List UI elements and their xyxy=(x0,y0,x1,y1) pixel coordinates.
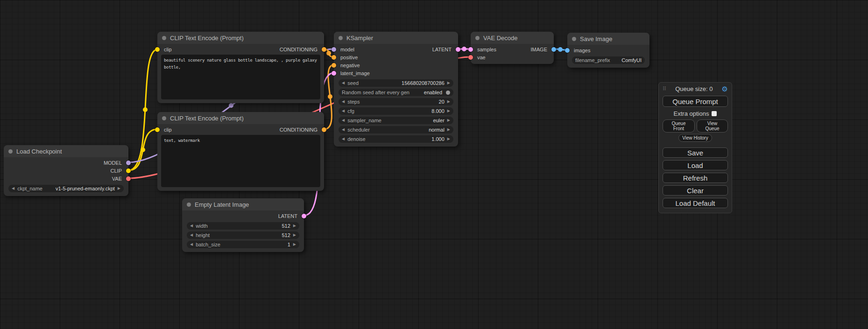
output-row-latent: LATENT xyxy=(182,212,304,220)
width-widget[interactable]: ◀ width 512 ▶ xyxy=(187,222,299,230)
view-history-button[interactable]: View History xyxy=(678,134,712,142)
node-load-checkpoint[interactable]: Load Checkpoint MODEL CLIP VAE ◀ ckpt_na… xyxy=(4,145,128,196)
node-header[interactable]: Save Image xyxy=(567,33,649,45)
increment-arrow-icon[interactable]: ▶ xyxy=(293,243,296,246)
increment-arrow-icon[interactable]: ▶ xyxy=(447,100,450,104)
sampler-name-widget[interactable]: ◀ sampler_name euler ▶ xyxy=(339,117,453,124)
ckpt-name-widget[interactable]: ◀ ckpt_name v1-5-pruned-emaonly.ckpt ▶ xyxy=(8,185,124,192)
node-title: Empty Latent Image xyxy=(195,201,249,208)
node-clip-text-encode-negative[interactable]: CLIP Text Encode (Prompt) clip CONDITION… xyxy=(157,112,324,191)
node-title: Load Checkpoint xyxy=(16,148,62,155)
node-empty-latent-image[interactable]: Empty Latent Image LATENT ◀ width 512 ▶ … xyxy=(182,198,304,252)
input-label: positive xyxy=(340,55,358,60)
decrement-arrow-icon[interactable]: ◀ xyxy=(342,137,345,141)
decrement-arrow-icon[interactable]: ◀ xyxy=(342,119,345,122)
load-button[interactable]: Load xyxy=(663,160,728,170)
output-port-conditioning[interactable] xyxy=(322,127,326,132)
output-port-latent[interactable] xyxy=(302,214,306,218)
decrement-arrow-icon[interactable]: ◀ xyxy=(190,243,193,246)
decrement-arrow-icon[interactable]: ◀ xyxy=(190,224,193,228)
input-port-clip[interactable] xyxy=(155,127,160,132)
filename-prefix-widget[interactable]: filename_prefix ComfyUI xyxy=(572,56,645,64)
node-title: KSampler xyxy=(346,35,373,42)
queue-prompt-button[interactable]: Queue Prompt xyxy=(663,96,728,107)
clear-button[interactable]: Clear xyxy=(663,185,728,196)
node-header[interactable]: CLIP Text Encode (Prompt) xyxy=(157,32,324,44)
steps-widget[interactable]: ◀ steps 20 ▶ xyxy=(339,98,453,105)
output-port-latent[interactable] xyxy=(456,47,460,52)
height-widget[interactable]: ◀ height 512 ▶ xyxy=(187,231,299,239)
load-default-button[interactable]: Load Default xyxy=(663,198,728,208)
input-port-model[interactable] xyxy=(332,47,336,52)
increment-arrow-icon[interactable]: ▶ xyxy=(293,233,296,237)
widget-value: 512 xyxy=(282,223,290,229)
input-port-positive[interactable] xyxy=(332,55,336,60)
increment-arrow-icon[interactable]: ▶ xyxy=(118,187,120,190)
input-port-clip[interactable] xyxy=(155,47,160,52)
node-title: VAE Decode xyxy=(483,35,517,42)
decrement-arrow-icon[interactable]: ◀ xyxy=(12,187,14,190)
increment-arrow-icon[interactable]: ▶ xyxy=(447,81,450,85)
increment-arrow-icon[interactable]: ▶ xyxy=(447,119,450,122)
widget-label: filename_prefix xyxy=(575,57,610,63)
settings-gear-icon[interactable]: ⚙ xyxy=(722,85,728,92)
node-header[interactable]: VAE Decode xyxy=(471,32,554,44)
output-port-conditioning[interactable] xyxy=(322,47,326,52)
scheduler-widget[interactable]: ◀ scheduler normal ▶ xyxy=(339,126,453,133)
input-port-images[interactable] xyxy=(565,48,570,53)
input-port-negative[interactable] xyxy=(332,63,336,68)
node-clip-text-encode-positive[interactable]: CLIP Text Encode (Prompt) clip CONDITION… xyxy=(157,32,324,103)
decrement-arrow-icon[interactable]: ◀ xyxy=(342,109,345,113)
input-port-samples[interactable] xyxy=(468,47,473,52)
widget-label: width xyxy=(196,223,208,229)
output-label: MODEL xyxy=(104,160,122,166)
extra-options-checkbox[interactable] xyxy=(712,111,717,116)
node-header[interactable]: KSampler xyxy=(334,32,458,44)
refresh-button[interactable]: Refresh xyxy=(663,173,728,183)
widget-label: ckpt_name xyxy=(17,186,42,191)
node-header[interactable]: Empty Latent Image xyxy=(182,198,304,210)
input-row-images: images xyxy=(567,46,649,54)
drag-handle-icon[interactable]: ⠿ xyxy=(663,86,666,92)
decrement-arrow-icon[interactable]: ◀ xyxy=(342,81,345,85)
output-port-image[interactable] xyxy=(551,47,556,52)
node-status-icon xyxy=(475,36,480,40)
view-queue-button[interactable]: View Queue xyxy=(697,119,728,133)
decrement-arrow-icon[interactable]: ◀ xyxy=(190,233,193,237)
node-vae-decode[interactable]: VAE Decode samples IMAGE vae xyxy=(471,32,554,64)
increment-arrow-icon[interactable]: ▶ xyxy=(447,109,450,113)
output-port-model[interactable] xyxy=(126,161,131,165)
increment-arrow-icon[interactable]: ▶ xyxy=(293,224,296,228)
node-save-image[interactable]: Save Image images filename_prefix ComfyU… xyxy=(567,33,649,68)
seed-widget[interactable]: ◀ seed 156680208700286 ▶ xyxy=(339,79,453,87)
output-port-clip[interactable] xyxy=(126,168,131,173)
input-port-vae[interactable] xyxy=(468,55,473,60)
node-status-icon xyxy=(339,36,343,40)
node-header[interactable]: CLIP Text Encode (Prompt) xyxy=(157,112,324,124)
cfg-widget[interactable]: ◀ cfg 8.000 ▶ xyxy=(339,107,453,115)
output-row-model: MODEL xyxy=(4,159,128,167)
random-seed-toggle-widget[interactable]: Random seed after every gen enabled xyxy=(339,89,453,96)
output-row-vae: VAE xyxy=(4,175,128,182)
decrement-arrow-icon[interactable]: ◀ xyxy=(342,100,345,104)
link-midpoint-dot xyxy=(328,94,332,99)
negative-prompt-textarea[interactable]: text, watermark xyxy=(161,135,320,187)
increment-arrow-icon[interactable]: ▶ xyxy=(447,128,450,132)
denoise-widget[interactable]: ◀ denoise 1.000 ▶ xyxy=(339,135,453,143)
input-label: latent_image xyxy=(340,70,370,76)
node-ksampler[interactable]: KSampler model LATENT positive negative … xyxy=(334,32,458,147)
save-button[interactable]: Save xyxy=(663,147,728,158)
node-header[interactable]: Load Checkpoint xyxy=(4,145,128,157)
toggle-knob-icon[interactable] xyxy=(446,91,450,95)
decrement-arrow-icon[interactable]: ◀ xyxy=(342,128,345,132)
widget-value: enabled xyxy=(424,90,442,95)
increment-arrow-icon[interactable]: ▶ xyxy=(447,137,450,141)
queue-front-button[interactable]: Queue Front xyxy=(663,119,695,133)
widget-value: 156680208700286 xyxy=(402,80,445,86)
input-port-latent-image[interactable] xyxy=(332,71,336,76)
input-label: model xyxy=(340,47,354,52)
batch-size-widget[interactable]: ◀ batch_size 1 ▶ xyxy=(187,241,299,248)
positive-prompt-textarea[interactable]: beautiful scenery nature glass bottle la… xyxy=(161,55,320,99)
output-port-vae[interactable] xyxy=(126,176,131,181)
input-label: samples xyxy=(477,47,496,52)
